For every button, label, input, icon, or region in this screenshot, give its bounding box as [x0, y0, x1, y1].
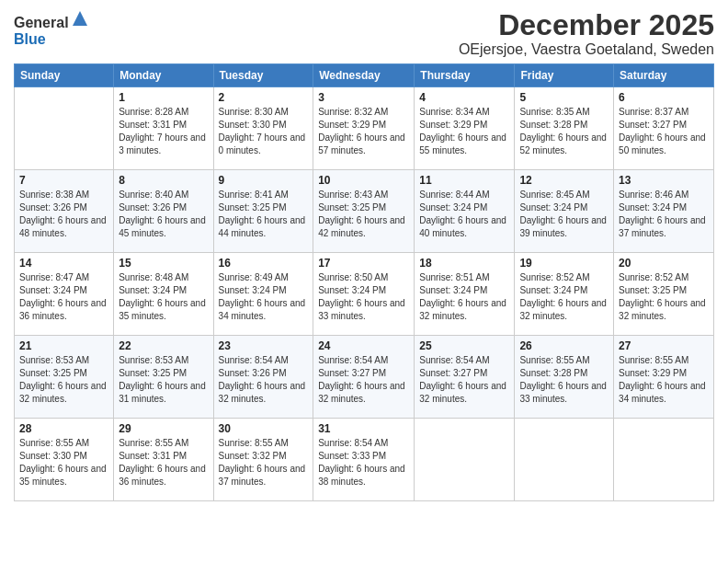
day-info: Sunrise: 8:55 AMSunset: 3:29 PMDaylight:…: [619, 354, 709, 406]
header: General Blue December 2025 OEjersjoe, Va…: [14, 9, 714, 58]
col-friday: Friday: [515, 64, 614, 87]
table-row: 21Sunrise: 8:53 AMSunset: 3:25 PMDayligh…: [15, 336, 114, 419]
day-number: 14: [19, 257, 108, 270]
day-number: 21: [19, 339, 108, 352]
day-info: Sunrise: 8:40 AMSunset: 3:26 PMDaylight:…: [119, 189, 208, 240]
table-row: 14Sunrise: 8:47 AMSunset: 3:24 PMDayligh…: [15, 253, 114, 336]
table-row: 9Sunrise: 8:41 AMSunset: 3:25 PMDaylight…: [213, 170, 313, 253]
calendar-week-row: 21Sunrise: 8:53 AMSunset: 3:25 PMDayligh…: [15, 336, 714, 419]
col-tuesday: Tuesday: [213, 64, 313, 87]
table-row: 6Sunrise: 8:37 AMSunset: 3:27 PMDaylight…: [614, 87, 714, 170]
day-number: 31: [318, 422, 409, 435]
table-row: [15, 87, 114, 170]
logo: General Blue: [14, 9, 89, 48]
day-number: 16: [219, 257, 309, 270]
table-row: 23Sunrise: 8:54 AMSunset: 3:26 PMDayligh…: [213, 336, 313, 419]
table-row: 12Sunrise: 8:45 AMSunset: 3:24 PMDayligh…: [515, 170, 614, 253]
day-number: 15: [119, 257, 208, 270]
day-info: Sunrise: 8:32 AMSunset: 3:29 PMDaylight:…: [318, 106, 409, 157]
table-row: 7Sunrise: 8:38 AMSunset: 3:26 PMDaylight…: [15, 170, 114, 253]
table-row: 10Sunrise: 8:43 AMSunset: 3:25 PMDayligh…: [313, 170, 415, 253]
calendar-week-row: 14Sunrise: 8:47 AMSunset: 3:24 PMDayligh…: [15, 253, 714, 336]
day-number: 20: [619, 257, 709, 270]
table-row: 15Sunrise: 8:48 AMSunset: 3:24 PMDayligh…: [114, 253, 213, 336]
logo-icon: [71, 9, 89, 28]
day-number: 11: [419, 174, 509, 187]
day-info: Sunrise: 8:43 AMSunset: 3:25 PMDaylight:…: [318, 189, 409, 240]
calendar-header-row: Sunday Monday Tuesday Wednesday Thursday…: [15, 64, 714, 87]
day-info: Sunrise: 8:55 AMSunset: 3:32 PMDaylight:…: [219, 437, 309, 488]
table-row: 25Sunrise: 8:54 AMSunset: 3:27 PMDayligh…: [415, 336, 515, 419]
table-row: 19Sunrise: 8:52 AMSunset: 3:24 PMDayligh…: [515, 253, 614, 336]
day-info: Sunrise: 8:48 AMSunset: 3:24 PMDaylight:…: [119, 271, 208, 323]
day-info: Sunrise: 8:51 AMSunset: 3:24 PMDaylight:…: [419, 271, 509, 323]
day-number: 13: [619, 174, 709, 187]
day-number: 27: [619, 339, 709, 352]
table-row: [515, 419, 614, 501]
day-number: 7: [19, 174, 108, 187]
col-sunday: Sunday: [15, 64, 114, 87]
day-info: Sunrise: 8:41 AMSunset: 3:25 PMDaylight:…: [219, 189, 309, 240]
location-title: OEjersjoe, Vaestra Goetaland, Sweden: [459, 41, 714, 58]
page-container: General Blue December 2025 OEjersjoe, Va…: [0, 0, 728, 511]
calendar-table: Sunday Monday Tuesday Wednesday Thursday…: [14, 63, 714, 501]
month-title: December 2025: [459, 9, 714, 41]
day-info: Sunrise: 8:53 AMSunset: 3:25 PMDaylight:…: [119, 354, 208, 406]
col-saturday: Saturday: [614, 64, 714, 87]
day-info: Sunrise: 8:28 AMSunset: 3:31 PMDaylight:…: [119, 106, 208, 157]
day-info: Sunrise: 8:55 AMSunset: 3:31 PMDaylight:…: [119, 437, 208, 488]
day-number: 2: [219, 91, 309, 104]
day-number: 3: [318, 91, 409, 104]
day-number: 10: [318, 174, 409, 187]
day-info: Sunrise: 8:47 AMSunset: 3:24 PMDaylight:…: [19, 271, 108, 323]
calendar-week-row: 28Sunrise: 8:55 AMSunset: 3:30 PMDayligh…: [15, 419, 714, 501]
table-row: 18Sunrise: 8:51 AMSunset: 3:24 PMDayligh…: [415, 253, 515, 336]
table-row: 16Sunrise: 8:49 AMSunset: 3:24 PMDayligh…: [213, 253, 313, 336]
day-number: 4: [419, 91, 509, 104]
day-number: 23: [219, 339, 309, 352]
table-row: 24Sunrise: 8:54 AMSunset: 3:27 PMDayligh…: [313, 336, 415, 419]
table-row: 26Sunrise: 8:55 AMSunset: 3:28 PMDayligh…: [515, 336, 614, 419]
table-row: [415, 419, 515, 501]
col-monday: Monday: [114, 64, 213, 87]
table-row: 11Sunrise: 8:44 AMSunset: 3:24 PMDayligh…: [415, 170, 515, 253]
day-number: 24: [318, 339, 409, 352]
col-wednesday: Wednesday: [313, 64, 415, 87]
day-number: 28: [19, 422, 108, 435]
table-row: 3Sunrise: 8:32 AMSunset: 3:29 PMDaylight…: [313, 87, 415, 170]
day-info: Sunrise: 8:35 AMSunset: 3:28 PMDaylight:…: [519, 106, 609, 157]
table-row: 22Sunrise: 8:53 AMSunset: 3:25 PMDayligh…: [114, 336, 213, 419]
logo-general-text: General: [14, 15, 69, 30]
table-row: 1Sunrise: 8:28 AMSunset: 3:31 PMDaylight…: [114, 87, 213, 170]
table-row: 20Sunrise: 8:52 AMSunset: 3:25 PMDayligh…: [614, 253, 714, 336]
day-info: Sunrise: 8:52 AMSunset: 3:24 PMDaylight:…: [519, 271, 609, 323]
day-info: Sunrise: 8:53 AMSunset: 3:25 PMDaylight:…: [19, 354, 108, 406]
table-row: 5Sunrise: 8:35 AMSunset: 3:28 PMDaylight…: [515, 87, 614, 170]
logo-blue-text: Blue: [14, 31, 46, 47]
table-row: 4Sunrise: 8:34 AMSunset: 3:29 PMDaylight…: [415, 87, 515, 170]
svg-marker-0: [73, 11, 87, 26]
day-number: 25: [419, 339, 509, 352]
day-number: 6: [619, 91, 709, 104]
day-info: Sunrise: 8:49 AMSunset: 3:24 PMDaylight:…: [219, 271, 309, 323]
table-row: [614, 419, 714, 501]
table-row: 31Sunrise: 8:54 AMSunset: 3:33 PMDayligh…: [313, 419, 415, 501]
day-info: Sunrise: 8:46 AMSunset: 3:24 PMDaylight:…: [619, 189, 709, 240]
table-row: 17Sunrise: 8:50 AMSunset: 3:24 PMDayligh…: [313, 253, 415, 336]
table-row: 13Sunrise: 8:46 AMSunset: 3:24 PMDayligh…: [614, 170, 714, 253]
day-info: Sunrise: 8:54 AMSunset: 3:33 PMDaylight:…: [318, 437, 409, 488]
day-info: Sunrise: 8:50 AMSunset: 3:24 PMDaylight:…: [318, 271, 409, 323]
table-row: 29Sunrise: 8:55 AMSunset: 3:31 PMDayligh…: [114, 419, 213, 501]
day-number: 26: [519, 339, 609, 352]
calendar-week-row: 7Sunrise: 8:38 AMSunset: 3:26 PMDaylight…: [15, 170, 714, 253]
day-info: Sunrise: 8:54 AMSunset: 3:27 PMDaylight:…: [318, 354, 409, 406]
day-number: 29: [119, 422, 208, 435]
calendar-week-row: 1Sunrise: 8:28 AMSunset: 3:31 PMDaylight…: [15, 87, 714, 170]
title-block: December 2025 OEjersjoe, Vaestra Goetala…: [459, 9, 714, 58]
day-info: Sunrise: 8:54 AMSunset: 3:27 PMDaylight:…: [419, 354, 509, 406]
table-row: 8Sunrise: 8:40 AMSunset: 3:26 PMDaylight…: [114, 170, 213, 253]
table-row: 27Sunrise: 8:55 AMSunset: 3:29 PMDayligh…: [614, 336, 714, 419]
day-info: Sunrise: 8:54 AMSunset: 3:26 PMDaylight:…: [219, 354, 309, 406]
day-number: 22: [119, 339, 208, 352]
day-number: 8: [119, 174, 208, 187]
